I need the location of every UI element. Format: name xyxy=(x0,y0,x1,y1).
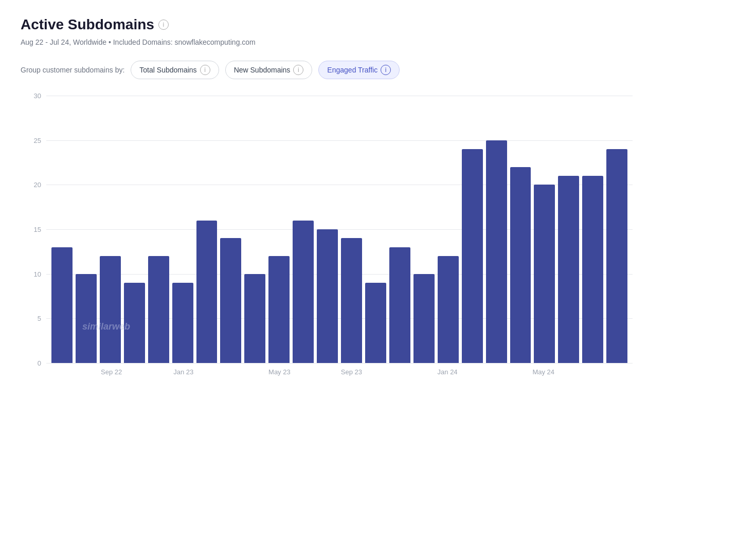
title-row: Active Subdomains i xyxy=(21,16,633,33)
chart-area: similarweb 051015202530 xyxy=(21,96,633,363)
x-axis-spacer xyxy=(123,368,148,376)
bar[interactable] xyxy=(413,274,435,363)
x-axis-spacer xyxy=(555,368,580,376)
new-info-icon[interactable]: i xyxy=(293,65,303,75)
bar[interactable] xyxy=(486,140,507,363)
engaged-info-icon[interactable]: i xyxy=(381,65,391,75)
total-info-icon[interactable]: i xyxy=(200,65,210,75)
x-axis-label: Jan 23 xyxy=(171,368,195,376)
x-axis-spacer xyxy=(195,368,220,376)
bar[interactable] xyxy=(365,283,386,363)
bar[interactable] xyxy=(76,274,97,363)
y-axis-label: 10 xyxy=(21,270,41,278)
bars-area xyxy=(46,96,633,363)
x-axis-label: Jan 24 xyxy=(436,368,460,376)
x-axis-label: Sep 23 xyxy=(339,368,364,376)
new-subdomains-label: New Subdomains xyxy=(234,66,291,74)
page-title: Active Subdomains xyxy=(21,16,154,33)
engaged-traffic-label: Engaged Traffic xyxy=(327,66,377,74)
bar[interactable] xyxy=(389,247,410,363)
bar[interactable] xyxy=(606,149,627,363)
chart-container: similarweb 051015202530 Sep 22Jan 23May … xyxy=(21,96,633,394)
x-axis-label: May 24 xyxy=(531,368,555,376)
grid-line xyxy=(46,363,633,363)
x-axis-spacer xyxy=(220,368,244,376)
x-axis-spacer xyxy=(315,368,339,376)
bar[interactable] xyxy=(268,256,290,363)
x-axis-spacer xyxy=(603,368,627,376)
subtitle: Aug 22 - Jul 24, Worldwide • Included Do… xyxy=(21,38,633,46)
x-axis-spacer xyxy=(148,368,172,376)
y-axis-label: 30 xyxy=(21,92,41,100)
engaged-traffic-button[interactable]: Engaged Traffic i xyxy=(318,61,400,79)
bar[interactable] xyxy=(148,256,169,363)
x-axis-spacer xyxy=(387,368,411,376)
bar[interactable] xyxy=(462,149,483,363)
y-axis-label: 20 xyxy=(21,181,41,189)
bar[interactable] xyxy=(100,256,121,363)
x-labels-overlay: Sep 22Jan 23May 23Sep 23Jan 24May 24 xyxy=(46,368,633,376)
bar[interactable] xyxy=(534,185,555,363)
total-subdomains-button[interactable]: Total Subdomains i xyxy=(131,61,219,79)
y-axis-label: 15 xyxy=(21,226,41,233)
x-axis-spacer xyxy=(292,368,316,376)
x-axis-spacer xyxy=(411,368,436,376)
filter-row: Group customer subdomains by: Total Subd… xyxy=(21,61,633,79)
bar[interactable] xyxy=(124,283,145,363)
y-axis-label: 0 xyxy=(21,359,41,367)
x-axis-spacer xyxy=(364,368,388,376)
bar[interactable] xyxy=(293,221,314,363)
y-axis-label: 25 xyxy=(21,136,41,144)
title-info-icon[interactable]: i xyxy=(158,20,169,30)
bar[interactable] xyxy=(244,274,265,363)
x-axis-label: May 23 xyxy=(267,368,292,376)
x-axis-spacer xyxy=(580,368,604,376)
bar[interactable] xyxy=(220,238,241,363)
x-axis-spacer xyxy=(243,368,267,376)
x-axis-spacer xyxy=(51,368,76,376)
new-subdomains-button[interactable]: New Subdomains i xyxy=(225,61,313,79)
bar[interactable] xyxy=(558,176,579,363)
bar[interactable] xyxy=(438,256,459,363)
y-axis-label: 5 xyxy=(21,315,41,322)
bar[interactable] xyxy=(172,283,193,363)
x-axis-spacer xyxy=(483,368,508,376)
x-axis-spacer xyxy=(76,368,100,376)
x-axis-spacer xyxy=(508,368,532,376)
filter-label: Group customer subdomains by: xyxy=(21,66,124,74)
x-axis-spacer xyxy=(459,368,483,376)
bar[interactable] xyxy=(510,167,531,363)
total-subdomains-label: Total Subdomains xyxy=(139,66,196,74)
bar[interactable] xyxy=(341,238,362,363)
x-axis-label: Sep 22 xyxy=(99,368,123,376)
page-container: Active Subdomains i Aug 22 - Jul 24, Wor… xyxy=(21,16,633,394)
bar[interactable] xyxy=(317,229,338,363)
bar[interactable] xyxy=(51,247,73,363)
bar[interactable] xyxy=(582,176,603,363)
bar[interactable] xyxy=(196,221,218,363)
